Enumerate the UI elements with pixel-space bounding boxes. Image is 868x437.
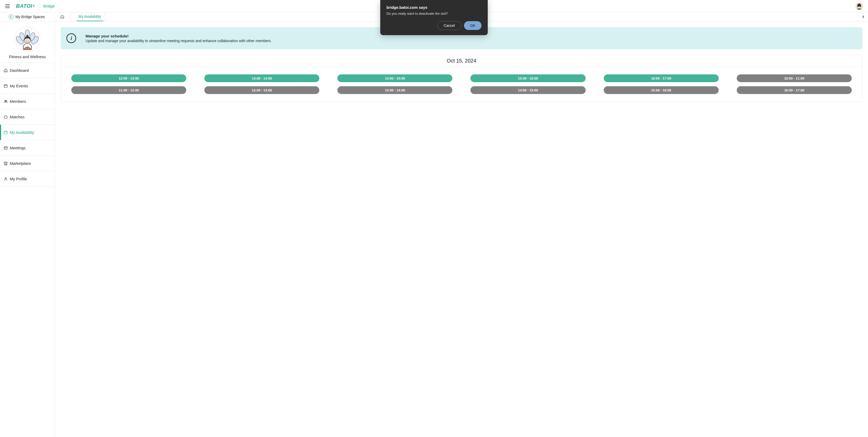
avatar[interactable] xyxy=(856,3,863,10)
dialog-message: Do you really want to deactivate the slo… xyxy=(386,11,482,15)
sidebar-item-label: My Profile xyxy=(10,177,27,181)
svg-rect-15 xyxy=(4,131,7,134)
svg-rect-9 xyxy=(4,85,7,88)
cancel-button[interactable]: Cancel xyxy=(437,21,461,30)
svg-point-13 xyxy=(4,100,5,101)
svg-rect-19 xyxy=(4,147,7,150)
sidebar-item-dashboard[interactable]: Dashboard xyxy=(0,63,55,78)
batoi-logo[interactable]: BATOI® xyxy=(16,3,35,9)
sidebar-item-label: Matches xyxy=(10,115,25,119)
space-card: Fitness and Wellness xyxy=(0,22,55,63)
time-slot[interactable]: 16:00 - 17:00 xyxy=(737,86,852,94)
time-slot[interactable]: 12:00 - 13:00 xyxy=(71,74,186,82)
chevron-right-icon xyxy=(103,12,111,21)
sidebar-item-label: Marketplace xyxy=(10,161,31,165)
calendar-check-icon xyxy=(4,130,8,134)
confirm-dialog: bridge.batoi.com says Do you really want… xyxy=(380,0,488,35)
banner-title: Manage your schedule! xyxy=(86,34,272,38)
calendar-icon xyxy=(4,146,8,150)
space-avatar[interactable] xyxy=(14,26,40,52)
registered-icon: ® xyxy=(33,5,35,7)
calendar-icon xyxy=(4,84,8,88)
sidebar-item-label: My Availability xyxy=(10,130,34,134)
time-slot[interactable]: 15:00 - 16:00 xyxy=(604,86,719,94)
back-area[interactable]: My Bridge Spaces xyxy=(0,12,55,21)
time-slot[interactable]: 13:00 - 14:00 xyxy=(204,74,319,82)
svg-point-14 xyxy=(6,100,7,101)
home-icon xyxy=(60,15,64,19)
time-slot[interactable]: 13:00 - 14:00 xyxy=(337,86,452,94)
sidebar-item-label: Members xyxy=(10,99,26,103)
info-icon: i xyxy=(66,33,76,43)
sidebar-item-marketplace[interactable]: Marketplace xyxy=(0,156,55,171)
menu-icon[interactable] xyxy=(5,4,10,8)
sidebar: Fitness and Wellness Dashboard My Events… xyxy=(0,22,55,437)
triangle-left-icon xyxy=(862,15,865,18)
users-icon xyxy=(4,99,8,103)
dialog-actions: Cancel OK xyxy=(386,21,482,30)
home-icon xyxy=(4,68,8,72)
slot-grid: 12:00 - 13:0013:00 - 14:0014:00 - 15:001… xyxy=(61,67,862,102)
sidebar-item-my-events[interactable]: My Events xyxy=(0,78,55,94)
collapse-right-button[interactable] xyxy=(858,12,868,21)
time-slot[interactable]: 14:00 - 15:00 xyxy=(337,74,452,82)
svg-point-8 xyxy=(26,35,28,37)
breadcrumb-current[interactable]: My Availability xyxy=(76,12,103,21)
logo-text: BATOI xyxy=(16,3,32,9)
time-slot[interactable]: 14:00 - 15:00 xyxy=(470,86,585,94)
availability-card: Oct 15, 2024 12:00 - 13:0013:00 - 14:001… xyxy=(61,55,862,102)
sidebar-item-matches[interactable]: Matches xyxy=(0,109,55,125)
space-title: Fitness and Wellness xyxy=(9,55,46,59)
sidebar-item-my-profile[interactable]: My Profile xyxy=(0,171,55,187)
back-label: My Bridge Spaces xyxy=(16,15,45,19)
time-slot[interactable]: 10:00 - 11:00 xyxy=(737,74,852,82)
sidebar-item-label: My Events xyxy=(10,84,28,88)
sidebar-item-members[interactable]: Members xyxy=(0,94,55,109)
time-slot[interactable]: 15:00 - 16:00 xyxy=(470,74,585,82)
logo-divider xyxy=(39,3,39,9)
breadcrumb-home[interactable] xyxy=(55,12,69,21)
back-icon xyxy=(9,14,13,19)
ok-button[interactable]: OK xyxy=(464,21,482,30)
sidebar-item-label: Dashboard xyxy=(10,68,29,72)
availability-date: Oct 15, 2024 xyxy=(61,55,862,67)
banner-desc: Update and manage your availability to s… xyxy=(86,39,272,43)
chevron-right-icon xyxy=(69,12,76,21)
store-icon xyxy=(4,161,8,165)
time-slot[interactable]: 12:00 - 13:00 xyxy=(204,86,319,94)
svg-point-24 xyxy=(5,178,6,179)
info-text: Manage your schedule! Update and manage … xyxy=(86,34,272,43)
time-slot[interactable]: 16:00 - 17:00 xyxy=(604,74,719,82)
dialog-title: bridge.batoi.com says xyxy=(386,5,482,9)
puzzle-icon xyxy=(4,115,8,119)
main: i Manage your schedule! Update and manag… xyxy=(55,22,868,437)
sidebar-item-meetings[interactable]: Meetings xyxy=(0,140,55,156)
sidebar-item-label: Meetings xyxy=(10,146,26,150)
logo-wrap: BATOI® Bridge xyxy=(16,3,55,9)
time-slot[interactable]: 11:00 - 12:00 xyxy=(71,86,186,94)
app-label[interactable]: Bridge xyxy=(43,4,55,8)
sidebar-item-my-availability[interactable]: My Availability xyxy=(0,125,55,140)
user-icon xyxy=(4,177,8,181)
svg-point-23 xyxy=(5,148,6,149)
